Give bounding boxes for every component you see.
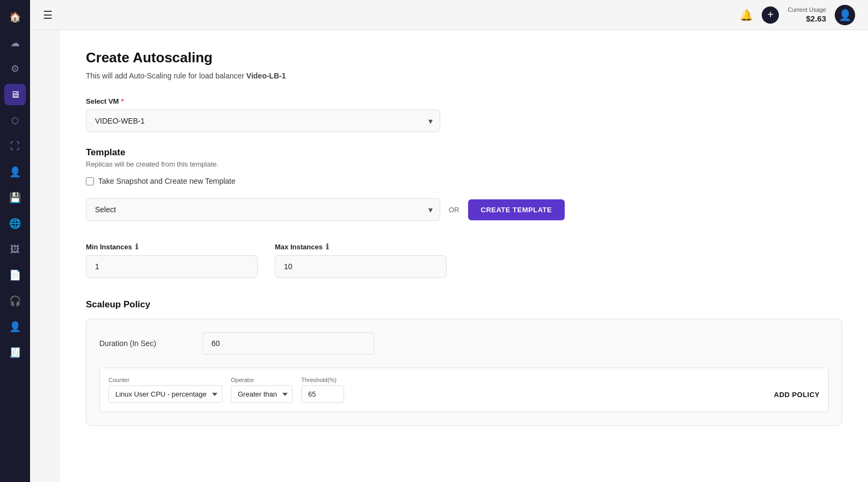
sidebar-item-screen[interactable]: 🖥	[4, 84, 26, 105]
threshold-field: Threshold(%)	[301, 377, 344, 403]
sidebar-item-user2[interactable]: 👤	[4, 316, 26, 337]
main-content: Create Autoscaling This will add Auto-Sc…	[60, 30, 868, 482]
sidebar-item-network[interactable]: 🌐	[4, 213, 26, 234]
sidebar-item-home[interactable]: 🏠	[4, 6, 26, 28]
sidebar-item-nodes[interactable]: ⬡	[4, 110, 26, 131]
sidebar-item-image[interactable]: 🖼	[4, 239, 26, 260]
template-subtitle: Replicas will be created from this templ…	[86, 160, 842, 168]
max-instances-input[interactable]	[275, 255, 447, 278]
max-instances-info-icon: ℹ	[326, 242, 329, 251]
avatar[interactable]: 👤	[835, 5, 855, 25]
counter-field: Counter Linux User CPU - percentage CPU …	[108, 377, 222, 403]
sidebar-item-billing[interactable]: 🧾	[4, 342, 26, 363]
max-instances-label: Max Instances ℹ	[275, 242, 447, 251]
duration-label: Duration (In Sec)	[99, 339, 185, 348]
vm-select-wrapper: VIDEO-WEB-1 VIDEO-WEB-2 VIDEO-WEB-3 ▾	[86, 110, 440, 132]
bell-icon[interactable]: 🔔	[740, 9, 753, 21]
sidebar-item-docs[interactable]: 📄	[4, 264, 26, 286]
counter-select[interactable]: Linux User CPU - percentage CPU Usage Me…	[108, 385, 222, 403]
sidebar-item-cloud[interactable]: ☁	[4, 32, 26, 54]
template-select-row: Select Template 1 Template 2 ▾ OR CREATE…	[86, 198, 842, 221]
snapshot-checkbox-row: Take Snapshot and Create new Template	[86, 177, 842, 185]
page-title: Create Autoscaling	[86, 49, 842, 66]
threshold-label: Threshold(%)	[301, 377, 344, 383]
policy-fields-row: Counter Linux User CPU - percentage CPU …	[99, 368, 829, 412]
select-vm-section: Select VM * VIDEO-WEB-1 VIDEO-WEB-2 VIDE…	[86, 97, 842, 132]
usage-amount: $2.63	[806, 13, 826, 24]
page-subtitle: This will add Auto-Scaling rule for load…	[86, 71, 842, 80]
subtitle-bold: Video-LB-1	[246, 71, 286, 80]
add-policy-button[interactable]: ADD POLICY	[774, 386, 820, 403]
template-title: Template	[86, 147, 842, 158]
duration-input[interactable]	[202, 332, 374, 355]
usage-display: Current Usage $2.63	[787, 6, 826, 24]
instances-row: Min Instances ℹ Max Instances ℹ	[86, 242, 842, 278]
min-instances-field: Min Instances ℹ	[86, 242, 258, 278]
snapshot-checkbox[interactable]	[86, 177, 94, 185]
duration-row: Duration (In Sec)	[99, 332, 829, 355]
operator-select[interactable]: Greater than Less than Equal to	[231, 385, 293, 403]
template-section: Template Replicas will be created from t…	[86, 147, 842, 221]
usage-label: Current Usage	[787, 6, 826, 13]
sidebar-item-gear[interactable]: ⚙	[4, 58, 26, 80]
template-select[interactable]: Select Template 1 Template 2	[86, 198, 440, 221]
sidebar: 🏠 ☁ ⚙ 🖥 ⬡ ⛶ 👤 💾 🌐 🖼 📄 🎧 👤 🧾	[0, 0, 30, 482]
select-vm-label: Select VM *	[86, 97, 842, 105]
vm-select[interactable]: VIDEO-WEB-1 VIDEO-WEB-2 VIDEO-WEB-3	[86, 110, 440, 132]
policy-box: Duration (In Sec) Counter Linux User CPU…	[86, 319, 842, 426]
sidebar-item-storage[interactable]: 💾	[4, 187, 26, 208]
scaleup-policy-section: Scaleup Policy Duration (In Sec) Counter…	[86, 299, 842, 426]
threshold-input[interactable]	[301, 385, 344, 403]
sidebar-item-person[interactable]: 👤	[4, 161, 26, 183]
min-instances-info-icon: ℹ	[135, 242, 138, 251]
topnav: ☰ 🔔 + Current Usage $2.63 👤	[30, 0, 868, 30]
operator-field: Operator Greater than Less than Equal to	[231, 377, 293, 403]
max-instances-field: Max Instances ℹ	[275, 242, 447, 278]
topnav-right: 🔔 + Current Usage $2.63 👤	[740, 5, 855, 25]
snapshot-label[interactable]: Take Snapshot and Create new Template	[98, 177, 236, 185]
or-label: OR	[449, 206, 459, 214]
sidebar-item-tree[interactable]: ⛶	[4, 135, 26, 157]
subtitle-prefix: This will add Auto-Scaling rule for load…	[86, 71, 246, 80]
counter-label: Counter	[108, 377, 222, 383]
add-button[interactable]: +	[762, 6, 779, 24]
min-instances-input[interactable]	[86, 255, 258, 278]
min-instances-label: Min Instances ℹ	[86, 242, 258, 251]
scaleup-policy-title: Scaleup Policy	[86, 299, 842, 310]
sidebar-item-support[interactable]: 🎧	[4, 290, 26, 312]
menu-icon[interactable]: ☰	[43, 9, 53, 21]
template-select-wrapper: Select Template 1 Template 2 ▾	[86, 198, 440, 221]
required-indicator: *	[121, 97, 123, 105]
create-template-button[interactable]: CREATE TEMPLATE	[468, 199, 565, 220]
operator-label: Operator	[231, 377, 293, 383]
